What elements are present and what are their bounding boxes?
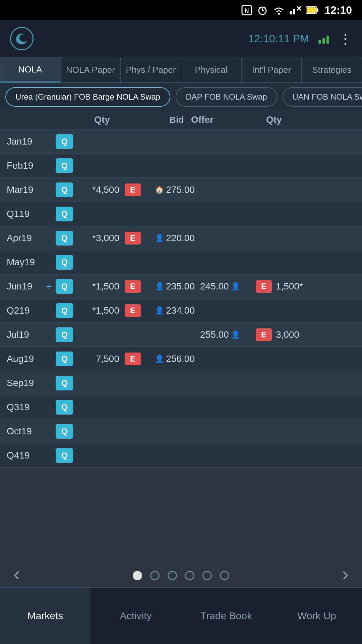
offer-qty: 1,500* — [273, 281, 362, 292]
month-label: Oct19 — [0, 426, 44, 437]
q-button[interactable]: Q — [56, 231, 73, 246]
tab-physical[interactable]: Physical — [181, 57, 241, 83]
q-button[interactable]: Q — [56, 448, 73, 463]
table-row: Sep19Q — [0, 371, 362, 395]
table-row: Jan19Q — [0, 129, 362, 154]
month-label: Aug19 — [0, 354, 44, 364]
instrument-tab-urea[interactable]: Urea (Granular) FOB Barge NOLA Swap — [5, 87, 170, 107]
bid-qty: 7,500 — [73, 354, 123, 364]
person-icon: 👤 — [231, 330, 240, 339]
q-button[interactable]: Q — [56, 182, 73, 197]
page-dot-2[interactable] — [150, 571, 160, 580]
page-dot-1[interactable] — [133, 571, 142, 580]
status-time: 12:10 — [324, 4, 352, 16]
tab-nola-paper[interactable]: NOLA Paper — [60, 57, 121, 83]
person-icon: 👤 — [155, 306, 164, 315]
table-header: Qty Bid Offer Qty — [0, 111, 362, 129]
plus-icon[interactable]: + — [44, 281, 54, 292]
offer-qty: 3,000 — [273, 329, 362, 340]
q-button[interactable]: Q — [56, 424, 73, 439]
q-button[interactable]: Q — [56, 255, 73, 270]
header-right: 12:10:11 PM ⋮ — [248, 31, 352, 46]
tab-phys-paper[interactable]: Phys / Paper — [121, 57, 181, 83]
instrument-tabs: Urea (Granular) FOB Barge NOLA Swap DAP … — [0, 83, 362, 111]
tab-intl-paper[interactable]: Int'l Paper — [241, 57, 302, 83]
header-bid: Bid — [134, 115, 188, 125]
month-label: Mar19 — [0, 184, 44, 195]
nav-markets[interactable]: Markets — [0, 587, 90, 644]
q-button[interactable]: Q — [56, 303, 73, 318]
q-button[interactable]: Q — [56, 352, 73, 366]
q-button[interactable]: Q — [56, 134, 73, 149]
market-table: Jan19QFeb19QMar19Q*4,500E🏠275.00Q119QApr… — [0, 129, 362, 468]
table-row: Aug19Q7,500E👤256.00 — [0, 347, 362, 371]
nfc-icon: N — [241, 4, 253, 16]
table-row: Jun19+Q*1,500E👤235.00245.00👤E1,500* — [0, 274, 362, 299]
svg-point-7 — [278, 13, 280, 15]
table-row: Apr19Q*3,000E👤220.00 — [0, 226, 362, 250]
header-offer: Offer — [188, 114, 245, 125]
month-label: Feb19 — [0, 160, 44, 171]
table-row: Q419Q — [0, 443, 362, 468]
tab-strategies[interactable]: Strategies — [302, 57, 362, 83]
nav-work-up[interactable]: Work Up — [272, 587, 362, 644]
instrument-tab-dap[interactable]: DAP FOB NOLA Swap — [176, 87, 277, 107]
table-row: Feb19Q — [0, 154, 362, 178]
nav-trade-book[interactable]: Trade Book — [181, 587, 272, 644]
wifi-icon — [272, 4, 286, 16]
e-badge-bid: E — [125, 280, 141, 293]
month-label: Sep19 — [0, 378, 44, 388]
q-button[interactable]: Q — [56, 279, 73, 294]
page-dot-3[interactable] — [168, 571, 177, 580]
svg-text:N: N — [245, 7, 249, 14]
app-logo — [10, 27, 34, 50]
bid-price: 👤256.00 — [142, 354, 197, 364]
bid-price: 👤234.00 — [142, 305, 197, 316]
main-tabs: NOLA NOLA Paper Phys / Paper Physical In… — [0, 57, 362, 83]
more-options-icon[interactable]: ⋮ — [339, 31, 352, 46]
e-badge-bid: E — [125, 353, 141, 365]
q-button[interactable]: Q — [56, 327, 73, 342]
header-time: 12:10:11 PM — [248, 33, 309, 45]
battery-icon — [306, 5, 319, 15]
month-label: Q219 — [0, 305, 44, 316]
bid-price: 👤220.00 — [142, 233, 197, 244]
signal-bars — [318, 34, 329, 44]
status-icons: N — [241, 4, 319, 16]
page-dot-4[interactable] — [185, 571, 194, 580]
page-dot-6[interactable] — [220, 571, 229, 580]
offer-price: 245.00👤 — [197, 281, 254, 292]
nav-activity[interactable]: Activity — [90, 587, 181, 644]
table-row: Mar19Q*4,500E🏠275.00 — [0, 178, 362, 202]
status-bar: N 12:10 — [0, 0, 362, 20]
table-row: May19Q — [0, 250, 362, 274]
e-badge-offer: E — [256, 328, 272, 341]
month-label: Q319 — [0, 402, 44, 413]
instrument-tab-uan[interactable]: UAN FOB NOLA Sw... — [283, 87, 362, 107]
offer-price: 255.00👤 — [197, 329, 254, 340]
page-dot-5[interactable] — [202, 571, 212, 580]
table-row: Jul19Q255.00👤E3,000 — [0, 323, 362, 347]
person-icon: 👤 — [155, 282, 164, 291]
signal-x-icon — [290, 4, 302, 16]
svg-rect-14 — [307, 7, 316, 13]
e-badge-offer: E — [256, 280, 272, 293]
tab-nola[interactable]: NOLA — [0, 57, 60, 83]
q-button[interactable]: Q — [56, 207, 73, 221]
month-label: Jun19 — [0, 281, 44, 292]
next-page-arrow[interactable]: › — [342, 562, 349, 585]
person-icon: 👤 — [231, 282, 240, 291]
q-button[interactable]: Q — [56, 158, 73, 173]
table-row: Q319Q — [0, 395, 362, 419]
house-icon: 🏠 — [155, 185, 164, 194]
month-label: Apr19 — [0, 233, 44, 244]
person-icon: 👤 — [155, 355, 164, 363]
q-button[interactable]: Q — [56, 400, 73, 415]
bid-price: 👤235.00 — [142, 281, 197, 292]
bottom-nav: Markets Activity Trade Book Work Up — [0, 587, 362, 644]
table-row: Oct19Q — [0, 419, 362, 443]
svg-rect-8 — [290, 11, 292, 14]
alarm-icon — [257, 4, 268, 16]
month-label: Jul19 — [0, 329, 44, 340]
q-button[interactable]: Q — [56, 376, 73, 390]
